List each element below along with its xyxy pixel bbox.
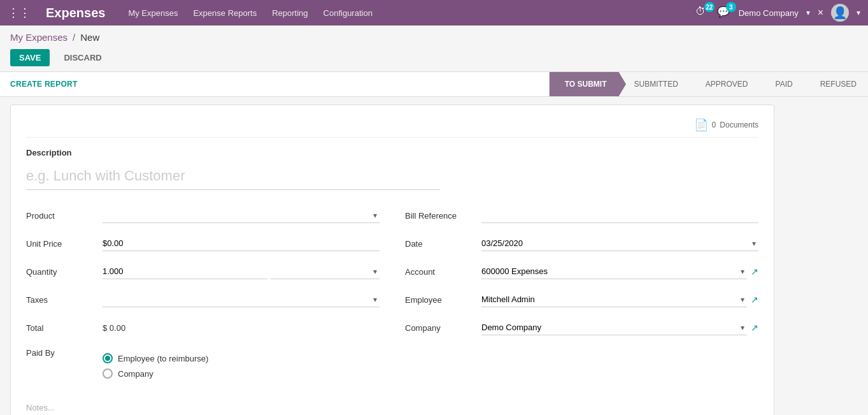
- company-field-label: Company: [405, 323, 481, 333]
- stage-approved[interactable]: APPROVED: [690, 72, 760, 96]
- employee-select[interactable]: Mitchell Admin: [481, 292, 747, 307]
- bill-reference-field: Bill Reference: [405, 205, 758, 226]
- account-field: Account 600000 Expenses ▾ ↗: [405, 261, 758, 282]
- paid-by-company-label: Company: [118, 369, 153, 379]
- notes-input[interactable]: [26, 399, 345, 415]
- taxes-value: ▾: [103, 292, 380, 307]
- product-value: ▾: [103, 208, 380, 223]
- total-value: $ 0.00: [103, 323, 380, 333]
- employee-label: Employee: [405, 295, 481, 305]
- messages-count: 3: [726, 2, 736, 12]
- paid-by-employee-label: Employee (to reimburse): [118, 354, 208, 363]
- stage-submitted[interactable]: SUBMITTED: [618, 72, 690, 96]
- notifications-count: 22: [704, 2, 715, 12]
- doc-count-number: 0: [712, 120, 716, 129]
- pipeline-stages: TO SUBMIT SUBMITTED APPROVED PAID REFUSE…: [549, 72, 868, 96]
- discard-button[interactable]: DISCARD: [55, 49, 110, 66]
- notifications-badge[interactable]: ⏱ 22: [695, 6, 709, 20]
- stage-to-submit[interactable]: TO SUBMIT: [549, 72, 618, 96]
- paid-by-employee-option[interactable]: Employee (to reimburse): [103, 353, 208, 363]
- app-title: Expenses: [46, 6, 105, 20]
- nav-configuration[interactable]: Configuration: [324, 8, 373, 18]
- total-label: Total: [26, 323, 103, 333]
- create-report-link[interactable]: CREATE REPORT: [10, 80, 78, 89]
- breadcrumb-separator: /: [73, 32, 75, 43]
- total-field: Total $ 0.00: [26, 317, 380, 338]
- unit-price-value: [103, 236, 380, 251]
- paid-by-label: Paid By: [26, 348, 103, 358]
- user-avatar[interactable]: 👤: [831, 4, 849, 22]
- company-external-link[interactable]: ↗: [751, 323, 758, 333]
- employee-value: Mitchell Admin ▾ ↗: [481, 292, 758, 307]
- company-field: Company Demo Company ▾ ↗: [405, 317, 758, 338]
- breadcrumb-current: New: [80, 32, 99, 43]
- taxes-select[interactable]: [103, 292, 380, 307]
- taxes-label: Taxes: [26, 295, 103, 305]
- doc-header: 📄 0 Documents: [26, 118, 758, 138]
- nav-my-expenses[interactable]: My Expenses: [128, 8, 178, 18]
- paid-by-section: Paid By Employee (to reimburse) Company: [26, 348, 380, 384]
- form-card: 📄 0 Documents Description Product: [10, 105, 774, 415]
- quantity-field: Quantity ▾: [26, 261, 380, 282]
- action-bar: SAVE DISCARD: [0, 47, 868, 71]
- taxes-field: Taxes ▾: [26, 289, 380, 310]
- description-label: Description: [26, 148, 758, 157]
- bill-reference-value: [481, 208, 758, 223]
- notes-section: [26, 399, 380, 415]
- date-label: Date: [405, 239, 481, 249]
- breadcrumb-parent[interactable]: My Expenses: [10, 32, 68, 43]
- nav-expense-reports[interactable]: Expense Reports: [193, 8, 257, 18]
- total-amount: $ 0.00: [103, 323, 125, 333]
- pipeline-bar: CREATE REPORT TO SUBMIT SUBMITTED APPROV…: [0, 71, 868, 97]
- quantity-value: ▾: [103, 264, 380, 279]
- company-field-select[interactable]: Demo Company: [481, 320, 747, 335]
- paid-by-employee-radio[interactable]: [103, 353, 113, 363]
- account-external-link[interactable]: ↗: [751, 266, 758, 277]
- description-section: Description: [26, 148, 758, 190]
- product-field: Product ▾: [26, 205, 380, 226]
- account-label: Account: [405, 267, 481, 277]
- product-label: Product: [26, 211, 103, 221]
- nav-links: My Expenses Expense Reports Reporting Co…: [128, 8, 682, 18]
- company-dropdown-icon[interactable]: ▾: [806, 8, 810, 17]
- quantity-uom-select[interactable]: [270, 264, 380, 279]
- bill-reference-label: Bill Reference: [405, 211, 481, 221]
- pipeline-left: CREATE REPORT: [10, 72, 549, 96]
- close-icon[interactable]: ×: [818, 7, 823, 18]
- date-input[interactable]: [481, 236, 758, 251]
- unit-price-input[interactable]: [103, 236, 380, 251]
- date-value: ▾: [481, 236, 758, 251]
- form-left-col: Product ▾ Unit Price Quantity: [26, 205, 380, 415]
- quantity-label: Quantity: [26, 267, 103, 277]
- top-navigation: ⋮⋮ Expenses My Expenses Expense Reports …: [0, 0, 868, 25]
- account-select[interactable]: 600000 Expenses: [481, 264, 747, 279]
- document-icon: 📄: [694, 118, 708, 132]
- date-field: Date ▾: [405, 233, 758, 254]
- employee-external-link[interactable]: ↗: [751, 295, 758, 305]
- doc-count-label: Documents: [720, 120, 758, 129]
- breadcrumb: My Expenses / New: [0, 25, 868, 47]
- paid-by-options: Employee (to reimburse) Company: [103, 353, 208, 384]
- account-value: 600000 Expenses ▾ ↗: [481, 264, 758, 279]
- nav-reporting[interactable]: Reporting: [272, 8, 308, 18]
- unit-price-label: Unit Price: [26, 239, 103, 249]
- paid-by-company-option[interactable]: Company: [103, 368, 208, 379]
- doc-count: 📄 0 Documents: [694, 118, 758, 132]
- description-input[interactable]: [26, 163, 440, 190]
- employee-field: Employee Mitchell Admin ▾ ↗: [405, 289, 758, 310]
- avatar-dropdown-icon[interactable]: ▾: [857, 8, 860, 17]
- stage-refused[interactable]: REFUSED: [804, 72, 868, 96]
- paid-by-company-radio[interactable]: [103, 368, 113, 379]
- paid-by-field: Paid By Employee (to reimburse) Company: [26, 348, 380, 384]
- save-button[interactable]: SAVE: [10, 49, 50, 66]
- company-field-value: Demo Company ▾ ↗: [481, 320, 758, 335]
- app-grid-icon[interactable]: ⋮⋮: [8, 6, 31, 20]
- product-select[interactable]: [103, 208, 380, 223]
- form-right-col: Bill Reference Date ▾ Account: [405, 205, 758, 415]
- messages-badge[interactable]: 💬 3: [717, 6, 731, 20]
- main-content: 📄 0 Documents Description Product: [0, 97, 868, 415]
- bill-reference-input[interactable]: [481, 208, 758, 223]
- nav-right: ⏱ 22 💬 3 Demo Company ▾ × 👤 ▾: [695, 4, 860, 22]
- company-selector[interactable]: Demo Company: [739, 8, 799, 18]
- quantity-input[interactable]: [103, 264, 267, 279]
